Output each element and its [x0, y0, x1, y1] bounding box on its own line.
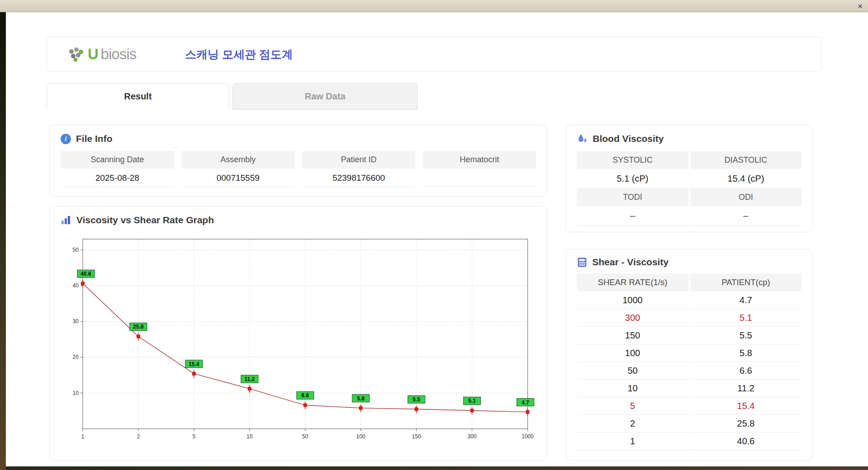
patient-cell: 40.6: [690, 432, 802, 450]
graph-title: Viscosity vs Shear Rate Graph: [76, 215, 214, 226]
svg-text:300: 300: [467, 433, 476, 440]
svg-text:4.7: 4.7: [522, 400, 529, 406]
svg-text:30: 30: [73, 318, 79, 324]
table-row: 100 5.8: [577, 344, 802, 362]
field-label: Hematocrit: [423, 151, 536, 169]
systolic-label: SYSTOLIC: [577, 151, 689, 169]
field-value: [423, 169, 536, 186]
field-assembly: Assembly 000715559: [181, 151, 295, 187]
svg-text:1000: 1000: [522, 433, 534, 440]
patient-cell: 4.7: [690, 291, 802, 309]
patient-cell: 5.5: [690, 327, 802, 344]
file-info-title: File Info: [76, 133, 113, 144]
shear-rate-cell: 50: [577, 362, 689, 380]
svg-text:20: 20: [73, 354, 79, 360]
svg-text:100: 100: [356, 433, 365, 440]
svg-text:6.6: 6.6: [302, 392, 309, 399]
svg-text:50: 50: [302, 433, 308, 440]
field-label: Scanning Date: [61, 151, 174, 169]
shear-rate-cell: 2: [577, 415, 689, 432]
diastolic-label: DIASTOLIC: [690, 151, 802, 169]
patient-cell: 5.1: [690, 309, 802, 327]
table-row: 2 25.8: [577, 415, 802, 432]
todi-value: –: [577, 206, 689, 226]
shear-viscosity-title: Shear - Viscosity: [592, 257, 669, 268]
svg-text:2: 2: [137, 433, 140, 440]
desktop-background-strip: [0, 12, 6, 470]
field-value: 000715559: [181, 169, 295, 187]
field-patient-id: Patient ID 52398176600: [302, 151, 415, 187]
patient-cell: 15.4: [690, 397, 802, 415]
patient-cell: 6.6: [690, 362, 802, 380]
info-icon: i: [61, 134, 71, 144]
diastolic-value: 15.4 (cP): [690, 169, 802, 188]
table-row: 10 11.2: [577, 380, 802, 397]
svg-text:10: 10: [73, 390, 79, 396]
tab-result[interactable]: Result: [47, 83, 229, 110]
field-scanning-date: Scanning Date 2025-08-28: [61, 151, 174, 187]
patient-cell: 5.8: [690, 344, 802, 362]
odi-value: –: [690, 206, 802, 226]
svg-text:50: 50: [73, 247, 79, 253]
shear-rate-cell: 1: [577, 432, 689, 450]
odi-label: ODI: [690, 188, 802, 206]
logo-grapes-icon: [67, 46, 85, 63]
svg-text:40: 40: [73, 282, 79, 289]
field-label: Assembly: [181, 151, 295, 169]
systolic-value: 5.1 (cP): [577, 169, 689, 188]
col-patient: PATIENT(cp): [690, 273, 802, 291]
close-button[interactable]: ×: [858, 2, 863, 10]
col-shear-rate: SHEAR RATE(1/s): [577, 273, 689, 291]
svg-text:25.8: 25.8: [133, 324, 144, 330]
svg-text:150: 150: [412, 433, 421, 440]
logo-text-u: U: [88, 46, 98, 63]
shear-rate-cell: 10: [577, 380, 689, 397]
field-hematocrit: Hematocrit: [423, 151, 536, 187]
window-titlebar: ×: [0, 0, 868, 12]
bar-chart-icon: [61, 215, 71, 225]
table-row: 50 6.6: [577, 362, 802, 380]
shear-rate-cell: 5: [577, 397, 689, 415]
field-value: 2025-08-28: [61, 169, 174, 187]
svg-text:15.4: 15.4: [189, 361, 199, 367]
shear-viscosity-card: Shear - Viscosity SHEAR RATE(1/s) PATIEN…: [566, 249, 813, 461]
table-row: 150 5.5: [577, 327, 802, 344]
field-value: 52398176600: [302, 169, 415, 187]
svg-text:5.8: 5.8: [357, 395, 365, 402]
shear-viscosity-table: SHEAR RATE(1/s) PATIENT(cp) 1000 4.7 300…: [577, 273, 802, 450]
table-row: 1 40.6: [577, 432, 802, 450]
patient-cell: 11.2: [690, 380, 802, 397]
table-row: 5 15.4: [577, 397, 802, 415]
screen: × Ubiosis 스캐닝 모세관 점도계 Result Raw Data: [0, 0, 868, 470]
shear-rate-cell: 100: [577, 344, 689, 362]
svg-text:5.5: 5.5: [413, 396, 420, 403]
svg-text:5.1: 5.1: [468, 398, 476, 404]
calculator-icon: [577, 257, 587, 268]
file-info-card: i File Info Scanning Date 2025-08-28 Ass…: [49, 125, 547, 197]
table-row: 300 5.1: [577, 309, 802, 327]
blood-viscosity-title: Blood Viscosity: [593, 133, 664, 144]
droplet-icon: [577, 133, 588, 144]
table-header-row: SHEAR RATE(1/s) PATIENT(cp): [577, 273, 802, 291]
todi-label: TODI: [577, 188, 689, 206]
shear-rate-cell: 150: [577, 327, 689, 344]
tab-raw-data[interactable]: Raw Data: [232, 83, 418, 110]
svg-text:5: 5: [193, 433, 196, 440]
viscosity-graph-card: Viscosity vs Shear Rate Graph 1020304050…: [49, 206, 547, 461]
app-title: 스캐닝 모세관 점도계: [185, 47, 293, 62]
blood-viscosity-grid: SYSTOLIC DIASTOLIC 5.1 (cP) 15.4 (cP) TO…: [577, 151, 802, 226]
shear-rate-cell: 300: [577, 309, 689, 327]
ubiosis-logo: Ubiosis: [67, 46, 136, 63]
file-info-fields: Scanning Date 2025-08-28 Assembly 000715…: [61, 151, 536, 187]
app-window: Ubiosis 스캐닝 모세관 점도계 Result Raw Data i Fi…: [6, 12, 868, 466]
svg-text:1: 1: [81, 433, 85, 440]
field-label: Patient ID: [302, 151, 415, 169]
header-card: Ubiosis 스캐닝 모세관 점도계: [47, 37, 821, 72]
svg-text:10: 10: [246, 433, 253, 440]
svg-text:11.2: 11.2: [245, 376, 255, 382]
table-row: 1000 4.7: [577, 291, 802, 309]
shear-chart: 10203040501251050100150300100040.625.815…: [61, 229, 536, 447]
logo-text-rest: biosis: [101, 46, 136, 63]
svg-text:40.6: 40.6: [80, 271, 91, 277]
patient-cell: 25.8: [690, 415, 802, 432]
